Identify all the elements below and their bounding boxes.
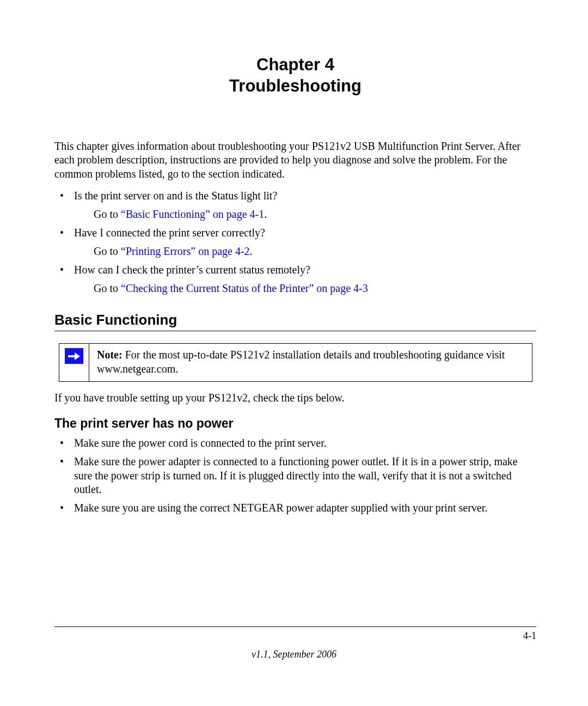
note-icon-cell — [59, 344, 89, 381]
goto-line: Go to “Printing Errors” on page 4-2. — [94, 244, 536, 258]
bullet-list: Make sure the power cord is connected to… — [54, 436, 536, 515]
page-number: 4-1 — [54, 630, 536, 642]
list-item: How can I check the printer’s current st… — [54, 263, 536, 295]
chapter-name: Troubleshooting — [54, 76, 536, 97]
goto-suffix: . — [264, 208, 267, 220]
note-box: Note: For the most up-to-date PS121v2 in… — [59, 343, 532, 382]
version-line: v1.1, September 2006 — [0, 649, 588, 660]
section-heading-no-power: The print server has no power — [54, 416, 536, 431]
goto-suffix: . — [250, 245, 253, 257]
list-item: Make sure the power cord is connected to… — [54, 436, 536, 451]
goto-line: Go to “Checking the Current Status of th… — [94, 281, 536, 295]
note-body: For the most up-to-date PS121v2 installa… — [97, 349, 505, 375]
arrow-right-icon — [65, 348, 83, 364]
cross-ref-link[interactable]: “Printing Errors” on page 4-2 — [121, 245, 250, 257]
section-heading-basic-functioning: Basic Functioning — [54, 312, 536, 331]
after-note-text: If you have trouble setting up your PS12… — [54, 392, 536, 404]
chapter-title: Chapter 4 Troubleshooting — [54, 54, 536, 97]
question-text: How can I check the printer’s current st… — [74, 264, 310, 276]
question-list: Is the print server on and is the Status… — [54, 188, 536, 295]
chapter-number: Chapter 4 — [54, 54, 536, 76]
list-item: Make sure you are using the correct NETG… — [54, 501, 536, 515]
page-content: Chapter 4 Troubleshooting This chapter g… — [0, 0, 588, 515]
list-item: Have I connected the print server correc… — [54, 226, 536, 258]
note-text: Note: For the most up-to-date PS121v2 in… — [89, 344, 532, 381]
goto-prefix: Go to — [94, 245, 121, 257]
question-text: Have I connected the print server correc… — [74, 227, 265, 239]
note-label: Note: — [97, 349, 125, 361]
list-item: Make sure the power adapter is connected… — [54, 455, 536, 497]
question-text: Is the print server on and is the Status… — [74, 190, 277, 202]
cross-ref-link[interactable]: “Basic Functioning” on page 4-1 — [121, 208, 264, 220]
goto-prefix: Go to — [94, 208, 121, 220]
cross-ref-link[interactable]: “Checking the Current Status of the Prin… — [121, 282, 368, 294]
list-item: Is the print server on and is the Status… — [54, 188, 536, 221]
footer-rule: 4-1 — [54, 626, 536, 642]
goto-line: Go to “Basic Functioning” on page 4-1. — [94, 207, 536, 221]
goto-prefix: Go to — [94, 282, 121, 294]
intro-paragraph: This chapter gives information about tro… — [54, 139, 536, 181]
